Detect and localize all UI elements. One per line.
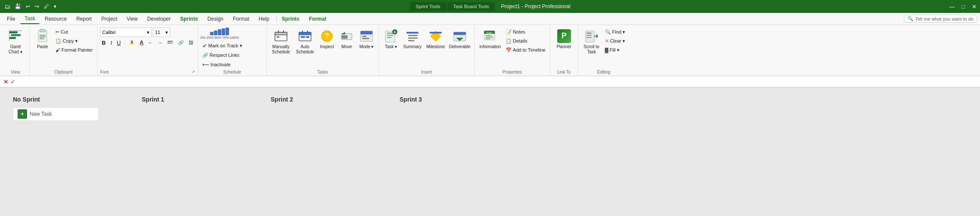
move-label: Move — [342, 44, 352, 49]
font-group-label: Font — [100, 69, 109, 75]
undo-quick-btn[interactable]: ↩ — [24, 3, 32, 10]
auto-schedule-button[interactable]: AutoSchedule — [293, 28, 317, 57]
formula-bar: ✕ ✓ — [0, 76, 980, 87]
font-size-select[interactable]: 11 ▾ — [153, 28, 170, 37]
font-family-dropdown-icon: ▾ — [147, 30, 150, 35]
schedule-bars-button[interactable]: 0% 25% 50% 75% 100% — [201, 28, 239, 40]
close-btn[interactable]: ✕ — [972, 3, 977, 10]
unlink-button[interactable]: ⛓ — [187, 38, 195, 47]
wrap-button[interactable] — [165, 38, 175, 47]
highlight-button[interactable] — [127, 38, 137, 47]
task-insert-label: Task ▾ — [385, 44, 397, 49]
underline-button[interactable]: U — [115, 38, 122, 47]
menu-format[interactable]: Format — [229, 14, 253, 24]
respect-links-button[interactable]: 🔗 Respect Links — [201, 51, 241, 59]
menu-sprints[interactable]: Sprints — [176, 14, 202, 24]
paste-button[interactable]: Paste — [32, 28, 53, 57]
insert-group-label: Insert — [382, 69, 472, 75]
mark-on-track-icon: ✔ — [202, 43, 207, 49]
svg-rect-23 — [306, 36, 309, 38]
menu-task[interactable]: Task — [20, 14, 40, 24]
svg-rect-46 — [454, 32, 466, 35]
clipboard-group-content: Paste ✂ Cut 📋 Copy ▾ 🖌 Format Painter — [32, 28, 95, 69]
menu-design[interactable]: Design — [203, 14, 228, 24]
sprint-tools-tab[interactable]: Sprint Tools — [409, 2, 446, 11]
inactivate-label: Inactivate — [211, 62, 231, 67]
font-group-content: Calibri ▾ 11 ▾ B I U — [100, 28, 195, 69]
search-box[interactable]: 🔍 Tell me what you want to do — [904, 15, 977, 23]
svg-rect-2 — [9, 37, 16, 39]
menu-format-2[interactable]: Format — [305, 14, 331, 24]
svg-rect-55 — [586, 33, 592, 34]
menu-file[interactable]: File — [3, 14, 19, 24]
task-board-tools-tab[interactable]: Task Board Tools — [447, 2, 495, 11]
summary-label: Summary — [403, 44, 421, 49]
new-task-plus-icon: + — [18, 109, 27, 119]
italic-button[interactable]: I — [109, 38, 114, 47]
font-group-expand-icon[interactable]: ↗ — [192, 70, 195, 74]
save-quick-btn[interactable]: 💾 — [13, 3, 23, 10]
planner-icon: P — [557, 29, 571, 43]
milestone-button[interactable]: Milestone — [424, 28, 447, 57]
gantt-chart-button[interactable]: GanttChart ▾ — [4, 28, 27, 57]
svg-rect-32 — [362, 38, 369, 39]
format-painter-button[interactable]: 🖌 Format Painter — [54, 46, 95, 54]
mark-on-track-label: Mark on Track ▾ — [208, 43, 242, 49]
tasks-group-label: Tasks — [269, 69, 376, 75]
svg-rect-6 — [40, 29, 45, 32]
link-button[interactable]: 🔗 — [176, 38, 186, 47]
copy-button[interactable]: 📋 Copy ▾ — [54, 37, 95, 45]
cut-button[interactable]: ✂ Cut — [54, 28, 95, 36]
format-painter-label: Format Painter — [61, 47, 93, 52]
mode-button[interactable]: Mode ▾ — [357, 28, 376, 57]
new-task-button[interactable]: + New Task — [13, 107, 99, 121]
redo-quick-btn[interactable]: ↪ — [33, 3, 41, 10]
pen-quick-btn[interactable]: 🖊 — [42, 3, 51, 10]
mark-on-track-button[interactable]: ✔ Mark on Track ▾ — [201, 41, 244, 50]
menu-view[interactable]: View — [122, 14, 142, 24]
inactivate-button[interactable]: ⟵ Inactivate — [201, 60, 232, 69]
notes-button[interactable]: 📝 Notes — [504, 28, 547, 36]
fill-button[interactable]: ▓ Fill ▾ — [603, 46, 627, 54]
menu-developer[interactable]: Developer — [143, 14, 175, 24]
font-color-button[interactable]: A — [138, 38, 145, 47]
formula-icons: ✕ ✓ — [3, 78, 15, 85]
svg-rect-3 — [9, 31, 22, 31]
task-insert-button[interactable]: + Task ▾ — [382, 28, 400, 57]
find-label: Find ▾ — [612, 29, 625, 35]
clipboard-small-buttons: ✂ Cut 📋 Copy ▾ 🖌 Format Painter — [54, 28, 95, 54]
indent-decrease-button[interactable]: ← — [147, 38, 155, 47]
menu-report[interactable]: Report — [72, 14, 96, 24]
formula-input[interactable] — [19, 79, 977, 85]
clear-icon: ✕ — [605, 38, 609, 44]
deliverable-button[interactable]: Deliverable — [448, 28, 472, 57]
more-quick-btn[interactable]: ▾ — [52, 3, 58, 10]
summary-button[interactable]: Summary — [401, 28, 424, 57]
minimize-btn[interactable]: — — [949, 3, 955, 10]
editing-small-buttons: 🔍 Find ▾ ✕ Clear ▾ ▓ Fill ▾ — [603, 28, 627, 54]
scroll-to-task-button[interactable]: Scroll toTask — [581, 28, 602, 57]
formula-confirm-icon[interactable]: ✓ — [10, 78, 15, 85]
inspect-label: Inspect — [320, 44, 334, 49]
manually-schedule-button[interactable]: ManuallySchedule — [269, 28, 293, 57]
indent-increase-button[interactable]: → — [156, 38, 164, 47]
maximize-btn[interactable]: □ — [962, 3, 965, 10]
inspect-button[interactable]: ? Inspect — [318, 28, 336, 57]
move-button[interactable]: Move — [337, 28, 356, 57]
menu-resource[interactable]: Resource — [40, 14, 71, 24]
planner-button[interactable]: P Planner — [553, 28, 575, 57]
find-button[interactable]: 🔍 Find ▾ — [603, 28, 627, 36]
information-button[interactable]: Info Information — [477, 28, 503, 57]
clear-button[interactable]: ✕ Clear ▾ — [603, 37, 627, 45]
font-family-select[interactable]: Calibri ▾ — [100, 28, 152, 37]
menu-help[interactable]: Help — [254, 14, 274, 24]
add-to-timeline-button[interactable]: 📅 Add to Timeline — [504, 46, 547, 54]
menu-project[interactable]: Project — [97, 14, 121, 24]
menu-sprints-2[interactable]: Sprints — [278, 14, 304, 24]
formula-cancel-icon[interactable]: ✕ — [3, 78, 9, 85]
bold-button[interactable]: B — [100, 38, 107, 47]
svg-rect-54 — [586, 31, 594, 42]
details-button[interactable]: 📋 Details — [504, 37, 547, 45]
properties-group-label: Properties — [477, 69, 547, 75]
link-to-group-content: P Planner — [553, 28, 575, 69]
